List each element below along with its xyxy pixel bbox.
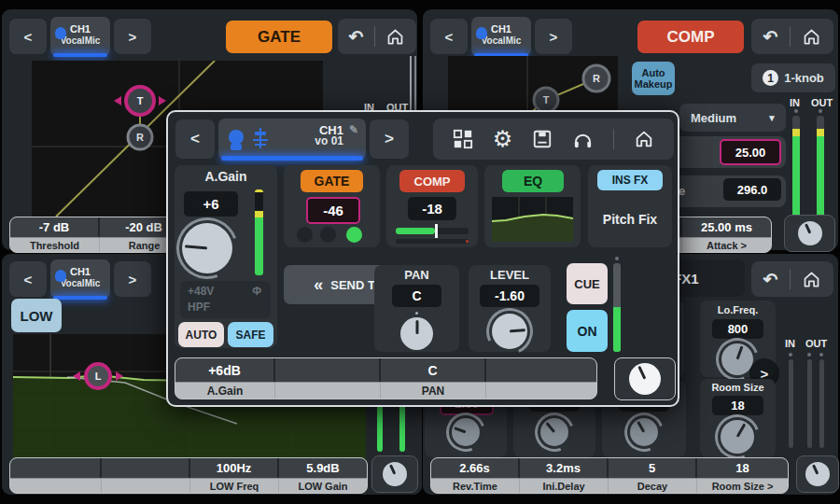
- decay-knob[interactable]: [630, 418, 658, 446]
- monitor-headphones-icon[interactable]: [572, 129, 594, 150]
- chevron-down-icon: ▼: [767, 113, 777, 123]
- lo-freq-knob[interactable]: [721, 343, 753, 375]
- again-label: A.Gain: [175, 169, 277, 184]
- next-channel-button[interactable]: >: [535, 19, 572, 54]
- insfx-badge[interactable]: INS FX: [597, 170, 663, 190]
- home-icon[interactable]: [802, 270, 821, 289]
- prev-channel-button[interactable]: <: [430, 19, 468, 54]
- home-icon[interactable]: [385, 27, 405, 47]
- touch-knob-tile[interactable]: [784, 215, 835, 252]
- chevron-left-icon: <: [190, 130, 200, 148]
- insfx-effect-name: Pitch Fix: [588, 212, 672, 227]
- nav-tile: ↶: [751, 19, 833, 54]
- next-channel-button[interactable]: >: [114, 261, 151, 297]
- knee-select-dropdown[interactable]: Medium ▼: [679, 104, 786, 132]
- channel-head-icon: [476, 27, 487, 39]
- meter-in-label: IN: [790, 97, 800, 108]
- next-channel-button[interactable]: >: [114, 19, 151, 54]
- prev-channel-button[interactable]: <: [9, 261, 47, 297]
- attack-value[interactable]: 25.00: [720, 139, 781, 165]
- next-channel-button[interactable]: >: [370, 119, 409, 159]
- undo-icon[interactable]: ↶: [349, 28, 364, 46]
- comp-threshold-handle[interactable]: T: [534, 88, 558, 112]
- assign-knob[interactable]: [798, 221, 822, 245]
- vocal-channel-icon: [226, 127, 252, 153]
- eq-summary-tile[interactable]: EQ: [484, 165, 581, 247]
- room-size-knob[interactable]: [721, 420, 754, 454]
- undo-icon[interactable]: ↶: [763, 28, 778, 46]
- input-options-subtile: +48V Φ HPF: [180, 281, 271, 318]
- touch-knob-tile[interactable]: [371, 455, 418, 493]
- low-band-button[interactable]: LOW: [11, 299, 62, 332]
- channel-select-tile[interactable]: CH1 VocalMic: [471, 17, 531, 56]
- insert-fx-tile[interactable]: INS FX Pitch Fix: [588, 165, 672, 247]
- gate-badge[interactable]: GATE: [301, 170, 363, 192]
- gate-led-2: [320, 227, 336, 243]
- hpf-label[interactable]: HPF: [188, 301, 210, 314]
- gain-auto-button[interactable]: AUTO: [178, 322, 224, 347]
- level-knob[interactable]: [492, 314, 527, 349]
- again-value[interactable]: +6: [184, 191, 238, 217]
- eq-badge[interactable]: EQ: [502, 170, 564, 192]
- comp-badge[interactable]: COMP: [399, 170, 465, 192]
- param-value: 3.2ms: [520, 458, 609, 478]
- chevron-right-icon: >: [129, 29, 137, 45]
- chevron-left-icon: <: [24, 29, 33, 45]
- pan-knob[interactable]: [400, 317, 433, 350]
- channel-select-tile[interactable]: CH1 ✎ vo 01: [218, 119, 366, 160]
- touch-knob-tile[interactable]: [796, 455, 839, 493]
- lo-freq-value[interactable]: 800: [712, 319, 763, 339]
- param-value: 5.9dB: [279, 458, 367, 478]
- analog-gain-tile[interactable]: A.Gain +6 +48V Φ HPF AUTO SAFE: [175, 165, 277, 348]
- out-meter-r: [819, 359, 824, 448]
- gate-summary-tile[interactable]: GATE -46: [284, 165, 380, 247]
- phantom-48v-label[interactable]: +48V: [188, 285, 214, 298]
- save-floppy-icon[interactable]: [532, 129, 553, 149]
- settings-gear-icon[interactable]: ⚙: [493, 128, 513, 150]
- rev-time-knob[interactable]: [452, 418, 480, 446]
- channel-select-tile[interactable]: CH1 VocalMic: [50, 259, 110, 299]
- svg-text:T: T: [543, 94, 550, 105]
- pan-value[interactable]: C: [392, 285, 441, 307]
- assign-knob[interactable]: [383, 462, 407, 486]
- comp-slider-marker[interactable]: [435, 224, 438, 238]
- on-button[interactable]: ON: [567, 310, 608, 352]
- level-tile[interactable]: LEVEL -1.60: [469, 265, 551, 352]
- undo-icon[interactable]: ↶: [763, 271, 778, 288]
- prev-channel-button[interactable]: <: [9, 19, 47, 54]
- cue-button[interactable]: CUE: [567, 263, 608, 304]
- auto-makeup-button[interactable]: Auto Makeup: [632, 62, 675, 95]
- param-value: 5: [609, 458, 697, 478]
- gate-on-button[interactable]: GATE: [226, 21, 332, 53]
- param-label: LOW Freq: [190, 479, 279, 493]
- in-meter: [792, 116, 800, 226]
- home-icon[interactable]: [802, 27, 821, 47]
- chevron-left-icon: <: [445, 29, 454, 45]
- in-meter: [410, 56, 412, 114]
- again-knob[interactable]: [182, 223, 232, 273]
- assign-knob[interactable]: [629, 363, 661, 395]
- comp-ratio-handle[interactable]: R: [583, 65, 609, 91]
- edit-icon[interactable]: ✎: [349, 123, 358, 136]
- gate-threshold-value[interactable]: -46: [306, 197, 360, 224]
- ini-delay-knob[interactable]: [540, 418, 568, 446]
- comp-on-button[interactable]: COMP: [637, 21, 744, 53]
- room-size-value[interactable]: 18: [712, 396, 763, 415]
- pan-tile[interactable]: PAN C: [374, 265, 459, 352]
- menu-grid-icon[interactable]: [453, 129, 473, 149]
- touch-knob-tile[interactable]: [614, 357, 676, 400]
- comp-summary-tile[interactable]: COMP -18: [386, 165, 478, 247]
- level-value[interactable]: -1.60: [480, 285, 539, 307]
- comp-threshold-value[interactable]: -18: [408, 197, 456, 220]
- assign-knob[interactable]: [805, 462, 830, 486]
- prev-channel-button[interactable]: <: [175, 119, 215, 159]
- phase-icon[interactable]: Φ: [252, 285, 261, 298]
- home-icon[interactable]: [634, 129, 654, 149]
- room-size-tile[interactable]: Room Size 18: [700, 379, 776, 457]
- release-value[interactable]: 296.0: [723, 178, 781, 201]
- gain-safe-button[interactable]: SAFE: [228, 322, 273, 347]
- range-handle[interactable]: R: [128, 125, 152, 149]
- out-meter: [817, 116, 824, 226]
- one-knob-button[interactable]: 1 1-knob: [751, 63, 835, 92]
- channel-select-tile[interactable]: CH1 VocalMic: [50, 17, 110, 56]
